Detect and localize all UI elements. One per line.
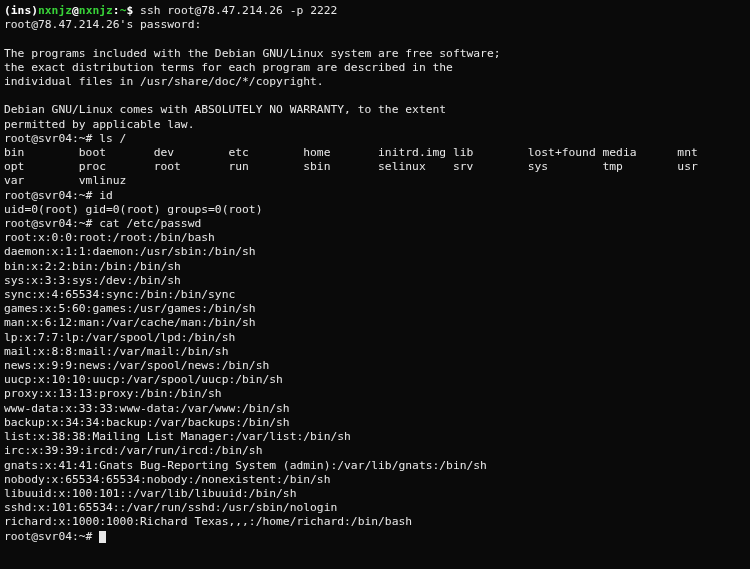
- passwd-line: backup:x:34:34:backup:/var/backups:/bin/…: [4, 416, 290, 429]
- passwd-line: proxy:x:13:13:proxy:/bin:/bin/sh: [4, 387, 222, 400]
- passwd-line: gnats:x:41:41:Gnats Bug-Reporting System…: [4, 459, 487, 472]
- passwd-line: sshd:x:101:65534::/var/run/sshd:/usr/sbi…: [4, 501, 337, 514]
- passwd-line: mail:x:8:8:mail:/var/mail:/bin/sh: [4, 345, 228, 358]
- ls-output-row: bin boot dev etc home initrd.img lib los…: [4, 146, 698, 159]
- passwd-line: man:x:6:12:man:/var/cache/man:/bin/sh: [4, 316, 256, 329]
- passwd-line: nobody:x:65534:65534:nobody:/nonexistent…: [4, 473, 330, 486]
- at-symbol: @: [72, 4, 79, 17]
- motd-line: the exact distribution terms for each pr…: [4, 61, 453, 74]
- dollar-sign: $: [126, 4, 140, 17]
- remote-prompt: root@svr04:~#: [4, 132, 99, 145]
- passwd-line: richard:x:1000:1000:Richard Texas,,,:/ho…: [4, 515, 412, 528]
- passwd-line: uucp:x:10:10:uucp:/var/spool/uucp:/bin/s…: [4, 373, 283, 386]
- remote-prompt: root@svr04:~#: [4, 530, 99, 543]
- cat-command: cat /etc/passwd: [99, 217, 201, 230]
- passwd-line: libuuid:x:100:101::/var/lib/libuuid:/bin…: [4, 487, 296, 500]
- local-prompt: (ins)nxnjz@nxnjz:~$: [4, 4, 140, 17]
- motd-line: permitted by applicable law.: [4, 118, 194, 131]
- colon: :: [113, 4, 120, 17]
- ls-output-row: opt proc root run sbin selinux srv sys t…: [4, 160, 698, 173]
- passwd-line: bin:x:2:2:bin:/bin:/bin/sh: [4, 260, 181, 273]
- cursor[interactable]: [99, 531, 106, 543]
- passwd-line: news:x:9:9:news:/var/spool/news:/bin/sh: [4, 359, 269, 372]
- passwd-line: sys:x:3:3:sys:/dev:/bin/sh: [4, 274, 181, 287]
- passwd-line: sync:x:4:65534:sync:/bin:/bin/sync: [4, 288, 235, 301]
- passwd-line: root:x:0:0:root:/root:/bin/bash: [4, 231, 215, 244]
- passwd-line: www-data:x:33:33:www-data:/var/www:/bin/…: [4, 402, 290, 415]
- remote-prompt: root@svr04:~#: [4, 217, 99, 230]
- ls-command: ls /: [99, 132, 126, 145]
- passwd-line: games:x:5:60:games:/usr/games:/bin/sh: [4, 302, 256, 315]
- vi-mode-indicator: (ins): [4, 4, 38, 17]
- local-host: nxnjz: [79, 4, 113, 17]
- passwd-line: list:x:38:38:Mailing List Manager:/var/l…: [4, 430, 351, 443]
- ssh-command: ssh root@78.47.214.26 -p 2222: [140, 4, 337, 17]
- terminal-window[interactable]: (ins)nxnjz@nxnjz:~$ ssh root@78.47.214.2…: [0, 0, 750, 548]
- password-prompt: root@78.47.214.26's password:: [4, 18, 201, 31]
- ls-output-row: var vmlinuz: [4, 174, 126, 187]
- motd-line: Debian GNU/Linux comes with ABSOLUTELY N…: [4, 103, 446, 116]
- local-user: nxnjz: [38, 4, 72, 17]
- passwd-line: daemon:x:1:1:daemon:/usr/sbin:/bin/sh: [4, 245, 256, 258]
- id-command: id: [99, 189, 113, 202]
- motd-line: individual files in /usr/share/doc/*/cop…: [4, 75, 324, 88]
- id-output: uid=0(root) gid=0(root) groups=0(root): [4, 203, 262, 216]
- motd-line: The programs included with the Debian GN…: [4, 47, 501, 60]
- passwd-line: lp:x:7:7:lp:/var/spool/lpd:/bin/sh: [4, 331, 235, 344]
- passwd-line: irc:x:39:39:ircd:/var/run/ircd:/bin/sh: [4, 444, 262, 457]
- remote-prompt: root@svr04:~#: [4, 189, 99, 202]
